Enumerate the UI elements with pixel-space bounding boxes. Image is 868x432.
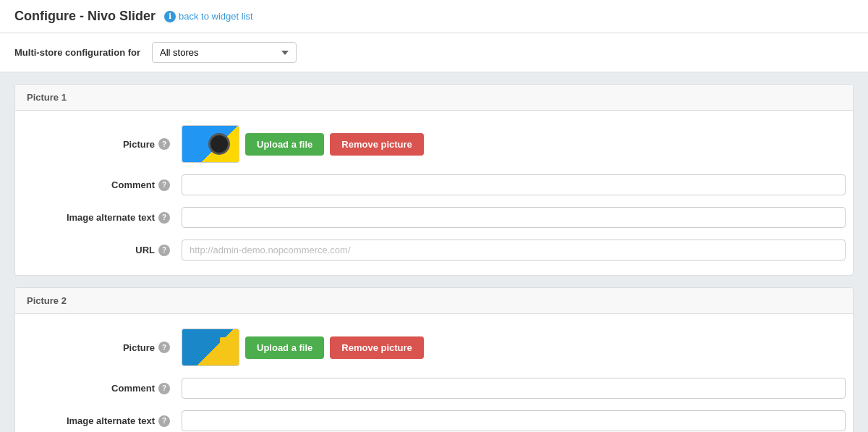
picture-2-alt-help-icon[interactable]: ? — [158, 415, 170, 427]
picture-2-card: Picture 2 Picture ? Upload a file Remove… — [14, 287, 854, 432]
picture-2-picture-controls: Upload a file Remove picture — [182, 329, 846, 366]
picture-2-comment-help-icon[interactable]: ? — [158, 383, 170, 394]
page-header: Configure - Nivo Slider ℹ back to widget… — [0, 0, 868, 33]
picture-1-thumbnail — [182, 125, 239, 163]
info-icon: ℹ — [164, 11, 176, 22]
picture-1-picture-label: Picture ? — [22, 138, 182, 150]
picture-1-image — [182, 126, 239, 162]
picture-1-header: Picture 1 — [15, 85, 853, 111]
picture-2-alt-wrap — [182, 410, 846, 431]
picture-2-picture-row: Picture ? Upload a file Remove picture — [22, 329, 846, 366]
picture-1-picture-help-icon[interactable]: ? — [158, 138, 170, 150]
picture-2-comment-row: Comment ? — [22, 378, 846, 399]
picture-1-alt-row: Image alternate text ? — [22, 207, 846, 228]
picture-1-comment-input[interactable] — [182, 174, 846, 195]
page-title: Configure - Nivo Slider — [14, 9, 156, 24]
picture-1-comment-wrap — [182, 174, 846, 195]
picture-2-picture-help-icon[interactable]: ? — [158, 342, 170, 353]
back-to-widget-link[interactable]: ℹ back to widget list — [164, 11, 253, 22]
picture-1-remove-button[interactable]: Remove picture — [330, 133, 424, 156]
picture-2-alt-input[interactable] — [182, 410, 846, 431]
picture-1-alt-input[interactable] — [182, 207, 846, 228]
picture-2-remove-button[interactable]: Remove picture — [330, 336, 424, 359]
picture-2-header: Picture 2 — [15, 288, 853, 314]
picture-2-upload-button[interactable]: Upload a file — [245, 336, 324, 359]
picture-1-comment-help-icon[interactable]: ? — [158, 179, 170, 191]
picture-1-card: Picture 1 Picture ? Upload a file Remove… — [14, 84, 854, 276]
picture-1-comment-label: Comment ? — [22, 179, 182, 191]
content-area: Picture 1 Picture ? Upload a file Remove… — [0, 72, 868, 432]
picture-2-comment-input[interactable] — [182, 378, 846, 399]
picture-2-body: Picture ? Upload a file Remove picture C… — [15, 314, 853, 432]
picture-1-url-row: URL ? — [22, 240, 846, 261]
picture-1-alt-label: Image alternate text ? — [22, 212, 182, 224]
picture-1-url-label: URL ? — [22, 245, 182, 256]
picture-2-alt-label: Image alternate text ? — [22, 415, 182, 427]
picture-2-comment-wrap — [182, 378, 846, 399]
picture-1-upload-button[interactable]: Upload a file — [245, 133, 324, 156]
picture-1-picture-row: Picture ? Upload a file Remove picture — [22, 125, 846, 163]
picture-2-thumbnail — [182, 329, 239, 366]
multistore-label: Multi-store configuration for — [14, 47, 140, 58]
picture-2-comment-label: Comment ? — [22, 383, 182, 394]
picture-1-url-wrap — [182, 240, 846, 261]
picture-1-body: Picture ? Upload a file Remove picture C… — [15, 111, 853, 275]
picture-2-alt-row: Image alternate text ? — [22, 410, 846, 431]
multistore-bar: Multi-store configuration for All stores — [0, 33, 868, 72]
picture-1-comment-row: Comment ? — [22, 174, 846, 195]
picture-1-alt-help-icon[interactable]: ? — [158, 212, 170, 224]
picture-2-picture-label: Picture ? — [22, 342, 182, 353]
multistore-select[interactable]: All stores — [152, 42, 297, 63]
picture-1-alt-wrap — [182, 207, 846, 228]
picture-1-url-input[interactable] — [182, 240, 846, 261]
back-link-label: back to widget list — [179, 11, 253, 22]
picture-1-picture-controls: Upload a file Remove picture — [182, 125, 846, 163]
picture-2-image — [182, 329, 239, 365]
picture-1-url-help-icon[interactable]: ? — [158, 245, 170, 256]
